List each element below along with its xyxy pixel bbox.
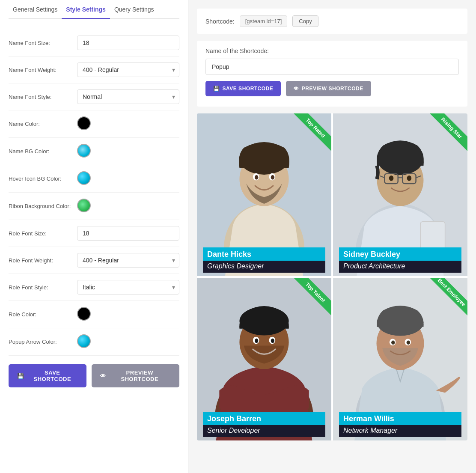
- name-bg-color-swatch[interactable]: [77, 144, 91, 158]
- ribbon-bg-color-swatch[interactable]: [77, 199, 91, 212]
- name-font-style-row: Name Font Style: Normal Italic Oblique: [9, 83, 179, 110]
- name-font-weight-wrap: 400 - Regular 300 - Light 500 - Medium 6…: [77, 62, 179, 77]
- team-card-3[interactable]: Best Employee Herman Willis Network Mana…: [333, 278, 467, 440]
- hover-icon-bg-color-row: Hover Icon BG Color:: [9, 165, 179, 193]
- role-color-label: Role Color:: [9, 311, 77, 318]
- nsc-save-button[interactable]: 💾 SAVE SHORTCODE: [205, 81, 281, 96]
- name-color-wrap: [77, 116, 179, 131]
- hover-icon-bg-color-swatch[interactable]: [77, 171, 91, 185]
- svg-point-30: [271, 339, 274, 343]
- name-color-swatch[interactable]: [77, 116, 91, 130]
- card-name-1: Sidney Buckley: [339, 247, 461, 261]
- ribbon-3: Best Employee: [428, 278, 467, 315]
- team-card-1[interactable]: Rising Star Sidney Buckley Product Archi…: [333, 113, 467, 276]
- copy-button[interactable]: Copy: [292, 15, 318, 27]
- ribbon-bg-color-label: Ribon Background Color:: [9, 203, 77, 209]
- name-of-shortcode-input[interactable]: [205, 59, 459, 75]
- role-font-weight-wrap: 400 - Regular 300 - Light 500 - Medium 6…: [77, 253, 179, 268]
- preview-shortcode-label: PREVIEW SHORTCODE: [109, 369, 171, 382]
- name-font-size-label: Name Font Size:: [9, 40, 77, 46]
- tab-general[interactable]: General Settings: [9, 0, 62, 19]
- role-font-size-wrap: [77, 226, 179, 241]
- nsc-save-icon: 💾: [213, 86, 220, 92]
- role-font-size-label: Role Font Size:: [9, 230, 77, 237]
- ribbon-bg-color-row: Ribon Background Color:: [9, 193, 179, 220]
- role-font-weight-select-wrap: 400 - Regular 300 - Light 500 - Medium 6…: [77, 253, 179, 268]
- card-role-2: Senior Developer: [203, 425, 325, 437]
- card-overlay-3: Herman Willis Network Manager: [333, 408, 467, 440]
- name-font-style-select[interactable]: Normal Italic Oblique: [77, 89, 179, 104]
- nsc-eye-icon: 👁: [294, 86, 299, 92]
- role-font-weight-select[interactable]: 400 - Regular 300 - Light 500 - Medium 6…: [77, 253, 179, 268]
- role-font-style-label: Role Font Style:: [9, 284, 77, 291]
- nsc-save-label: SAVE SHORTCODE: [223, 86, 274, 92]
- name-color-label: Name Color:: [9, 121, 77, 127]
- svg-point-8: [271, 175, 274, 179]
- popup-arrow-color-row: Popup Arrow Color:: [9, 328, 179, 356]
- popup-arrow-color-label: Popup Arrow Color:: [9, 339, 77, 345]
- nsc-preview-button[interactable]: 👁 PREVIEW SHORTCODE: [286, 81, 371, 96]
- role-font-style-select-wrap: Italic Normal Oblique: [77, 280, 179, 295]
- name-color-row: Name Color:: [9, 110, 179, 138]
- nsc-buttons: 💾 SAVE SHORTCODE 👁 PREVIEW SHORTCODE: [205, 81, 459, 96]
- name-font-size-wrap: [77, 36, 179, 50]
- popup-arrow-color-swatch[interactable]: [77, 334, 91, 348]
- svg-point-29: [255, 339, 258, 343]
- card-role-1: Product Architecture: [339, 261, 461, 273]
- nsc-preview-label: PREVIEW SHORTCODE: [302, 86, 363, 92]
- name-of-shortcode-label: Name of the Shortcode:: [205, 48, 459, 54]
- name-font-style-select-wrap: Normal Italic Oblique: [77, 89, 179, 104]
- shortcode-label: Shortcode:: [205, 18, 235, 25]
- settings-tabs: General Settings Style Settings Query Se…: [9, 0, 179, 19]
- hover-icon-bg-color-wrap: [77, 171, 179, 186]
- name-font-style-label: Name Font Style:: [9, 94, 77, 100]
- svg-point-19: [389, 176, 393, 181]
- role-font-weight-row: Role Font Weight: 400 - Regular 300 - Li…: [9, 247, 179, 274]
- name-font-size-input[interactable]: [77, 36, 179, 50]
- shortcode-bar: Shortcode: [gsteam id=17] Copy: [197, 9, 467, 34]
- shortcode-value: [gsteam id=17]: [240, 15, 288, 27]
- preview-shortcode-button[interactable]: 👁 PREVIEW SHORTCODE: [92, 364, 179, 387]
- role-color-row: Role Color:: [9, 301, 179, 328]
- team-grid: Top Rated Dante Hicks Graphics Designer: [197, 113, 467, 440]
- hover-icon-bg-color-label: Hover Icon BG Color:: [9, 176, 77, 182]
- card-role-0: Graphics Designer: [203, 261, 325, 273]
- bottom-buttons: 💾 SAVE SHORTCODE 👁 PREVIEW SHORTCODE: [9, 356, 179, 392]
- eye-icon: 👁: [100, 373, 106, 379]
- card-name-2: Joseph Barren: [203, 412, 325, 425]
- save-shortcode-label: SAVE SHORTCODE: [27, 369, 78, 382]
- role-font-style-row: Role Font Style: Italic Normal Oblique: [9, 274, 179, 301]
- card-role-3: Network Manager: [339, 425, 461, 437]
- svg-point-7: [255, 175, 258, 179]
- card-overlay-1: Sidney Buckley Product Architecture: [333, 243, 467, 276]
- ribbon-1: Rising Star: [428, 113, 467, 151]
- role-font-style-select[interactable]: Italic Normal Oblique: [77, 280, 179, 295]
- card-overlay-0: Dante Hicks Graphics Designer: [197, 243, 331, 276]
- tab-style[interactable]: Style Settings: [62, 0, 110, 19]
- role-font-size-row: Role Font Size:: [9, 220, 179, 247]
- card-overlay-2: Joseph Barren Senior Developer: [197, 408, 331, 440]
- name-font-style-wrap: Normal Italic Oblique: [77, 89, 179, 104]
- right-panel: Shortcode: [gsteam id=17] Copy Name of t…: [188, 0, 476, 473]
- ribbon-bg-color-wrap: [77, 199, 179, 214]
- save-shortcode-button[interactable]: 💾 SAVE SHORTCODE: [9, 364, 86, 387]
- team-card-2[interactable]: Top Talent Joseph Barren Senior Develope…: [197, 278, 331, 440]
- name-bg-color-wrap: [77, 144, 179, 159]
- tab-query[interactable]: Query Settings: [110, 0, 158, 19]
- role-font-size-input[interactable]: [77, 226, 179, 241]
- team-card-0[interactable]: Top Rated Dante Hicks Graphics Designer: [197, 113, 331, 276]
- ribbon-2: Top Talent: [292, 278, 331, 315]
- name-font-weight-row: Name Font Weight: 400 - Regular 300 - Li…: [9, 57, 179, 83]
- name-bg-color-row: Name BG Color:: [9, 138, 179, 165]
- save-icon: 💾: [17, 373, 24, 379]
- role-font-style-wrap: Italic Normal Oblique: [77, 280, 179, 295]
- card-name-3: Herman Willis: [339, 412, 461, 425]
- name-font-weight-select-wrap: 400 - Regular 300 - Light 500 - Medium 6…: [77, 62, 179, 77]
- name-font-weight-select[interactable]: 400 - Regular 300 - Light 500 - Medium 6…: [77, 62, 179, 77]
- card-name-0: Dante Hicks: [203, 247, 325, 261]
- role-color-wrap: [77, 307, 179, 322]
- role-color-swatch[interactable]: [77, 307, 91, 321]
- name-bg-color-label: Name BG Color:: [9, 148, 77, 155]
- name-of-shortcode-section: Name of the Shortcode: 💾 SAVE SHORTCODE …: [197, 41, 467, 107]
- left-panel: General Settings Style Settings Query Se…: [0, 0, 188, 473]
